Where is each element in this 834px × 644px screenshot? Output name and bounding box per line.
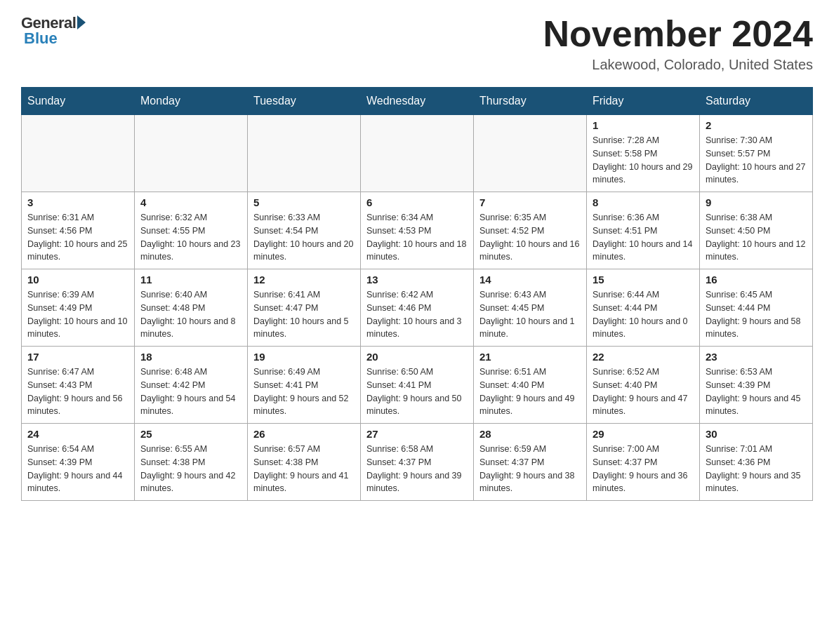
calendar-week-row: 10Sunrise: 6:39 AMSunset: 4:49 PMDayligh…	[22, 269, 813, 347]
day-number: 23	[706, 351, 807, 363]
day-info: Sunrise: 6:50 AMSunset: 4:41 PMDaylight:…	[366, 365, 468, 418]
calendar-week-row: 24Sunrise: 6:54 AMSunset: 4:39 PMDayligh…	[22, 424, 813, 501]
day-of-week-header: Tuesday	[248, 88, 361, 115]
day-info: Sunrise: 6:47 AMSunset: 4:43 PMDaylight:…	[27, 365, 128, 418]
calendar-cell: 24Sunrise: 6:54 AMSunset: 4:39 PMDayligh…	[22, 424, 135, 501]
calendar-cell	[361, 115, 474, 192]
location-text: Lakewood, Colorado, United States	[543, 57, 813, 73]
day-info: Sunrise: 6:33 AMSunset: 4:54 PMDaylight:…	[253, 211, 355, 264]
calendar-cell: 10Sunrise: 6:39 AMSunset: 4:49 PMDayligh…	[22, 269, 135, 347]
calendar-cell: 28Sunrise: 6:59 AMSunset: 4:37 PMDayligh…	[474, 424, 587, 501]
day-number: 28	[479, 428, 581, 440]
calendar-cell: 4Sunrise: 6:32 AMSunset: 4:55 PMDaylight…	[135, 192, 248, 269]
day-info: Sunrise: 6:31 AMSunset: 4:56 PMDaylight:…	[27, 211, 128, 264]
calendar-header-row: SundayMondayTuesdayWednesdayThursdayFrid…	[22, 88, 813, 115]
calendar-cell: 6Sunrise: 6:34 AMSunset: 4:53 PMDaylight…	[361, 192, 474, 269]
day-of-week-header: Saturday	[700, 88, 813, 115]
day-number: 20	[366, 351, 468, 363]
day-info: Sunrise: 6:38 AMSunset: 4:50 PMDaylight:…	[706, 211, 807, 264]
day-info: Sunrise: 6:52 AMSunset: 4:40 PMDaylight:…	[593, 365, 694, 418]
calendar-cell: 27Sunrise: 6:58 AMSunset: 4:37 PMDayligh…	[361, 424, 474, 501]
day-info: Sunrise: 6:40 AMSunset: 4:48 PMDaylight:…	[140, 288, 241, 341]
day-number: 6	[366, 196, 468, 208]
calendar-week-row: 3Sunrise: 6:31 AMSunset: 4:56 PMDaylight…	[22, 192, 813, 269]
calendar-cell: 5Sunrise: 6:33 AMSunset: 4:54 PMDaylight…	[248, 192, 361, 269]
day-info: Sunrise: 6:55 AMSunset: 4:38 PMDaylight:…	[140, 443, 241, 495]
calendar-cell	[135, 115, 248, 192]
calendar-cell: 19Sunrise: 6:49 AMSunset: 4:41 PMDayligh…	[248, 347, 361, 424]
calendar-cell: 29Sunrise: 7:00 AMSunset: 4:37 PMDayligh…	[587, 424, 700, 501]
day-info: Sunrise: 6:49 AMSunset: 4:41 PMDaylight:…	[253, 365, 355, 418]
day-number: 4	[140, 196, 241, 208]
day-info: Sunrise: 6:41 AMSunset: 4:47 PMDaylight:…	[253, 288, 355, 341]
calendar-cell: 7Sunrise: 6:35 AMSunset: 4:52 PMDaylight…	[474, 192, 587, 269]
day-info: Sunrise: 7:01 AMSunset: 4:36 PMDaylight:…	[706, 443, 807, 495]
day-number: 11	[140, 274, 241, 286]
calendar-cell: 11Sunrise: 6:40 AMSunset: 4:48 PMDayligh…	[135, 269, 248, 347]
calendar-cell: 20Sunrise: 6:50 AMSunset: 4:41 PMDayligh…	[361, 347, 474, 424]
day-info: Sunrise: 7:28 AMSunset: 5:58 PMDaylight:…	[593, 134, 694, 187]
day-number: 3	[27, 196, 128, 208]
day-number: 21	[479, 351, 581, 363]
logo: General Blue	[21, 14, 86, 48]
day-info: Sunrise: 6:43 AMSunset: 4:45 PMDaylight:…	[479, 288, 581, 341]
day-number: 27	[366, 428, 468, 440]
calendar-cell	[474, 115, 587, 192]
calendar-cell	[22, 115, 135, 192]
day-info: Sunrise: 6:34 AMSunset: 4:53 PMDaylight:…	[366, 211, 468, 264]
day-number: 19	[253, 351, 355, 363]
calendar-cell: 3Sunrise: 6:31 AMSunset: 4:56 PMDaylight…	[22, 192, 135, 269]
day-number: 29	[593, 428, 694, 440]
day-info: Sunrise: 6:42 AMSunset: 4:46 PMDaylight:…	[366, 288, 468, 341]
day-info: Sunrise: 6:35 AMSunset: 4:52 PMDaylight:…	[479, 211, 581, 264]
day-number: 14	[479, 274, 581, 286]
day-number: 18	[140, 351, 241, 363]
calendar-cell: 17Sunrise: 6:47 AMSunset: 4:43 PMDayligh…	[22, 347, 135, 424]
calendar-cell: 23Sunrise: 6:53 AMSunset: 4:39 PMDayligh…	[700, 347, 813, 424]
logo-blue-text: Blue	[24, 29, 58, 48]
day-info: Sunrise: 6:48 AMSunset: 4:42 PMDaylight:…	[140, 365, 241, 418]
calendar-cell: 13Sunrise: 6:42 AMSunset: 4:46 PMDayligh…	[361, 269, 474, 347]
day-of-week-header: Monday	[135, 88, 248, 115]
calendar-cell: 12Sunrise: 6:41 AMSunset: 4:47 PMDayligh…	[248, 269, 361, 347]
page-header: General Blue November 2024 Lakewood, Col…	[21, 14, 813, 73]
day-info: Sunrise: 6:57 AMSunset: 4:38 PMDaylight:…	[253, 443, 355, 495]
day-of-week-header: Friday	[587, 88, 700, 115]
calendar-cell: 21Sunrise: 6:51 AMSunset: 4:40 PMDayligh…	[474, 347, 587, 424]
day-info: Sunrise: 6:45 AMSunset: 4:44 PMDaylight:…	[706, 288, 807, 341]
calendar-cell: 1Sunrise: 7:28 AMSunset: 5:58 PMDaylight…	[587, 115, 700, 192]
day-info: Sunrise: 6:54 AMSunset: 4:39 PMDaylight:…	[27, 443, 128, 495]
calendar-cell: 22Sunrise: 6:52 AMSunset: 4:40 PMDayligh…	[587, 347, 700, 424]
day-number: 1	[593, 119, 694, 131]
day-info: Sunrise: 6:59 AMSunset: 4:37 PMDaylight:…	[479, 443, 581, 495]
calendar-cell: 8Sunrise: 6:36 AMSunset: 4:51 PMDaylight…	[587, 192, 700, 269]
calendar-week-row: 17Sunrise: 6:47 AMSunset: 4:43 PMDayligh…	[22, 347, 813, 424]
day-of-week-header: Sunday	[22, 88, 135, 115]
day-number: 24	[27, 428, 128, 440]
day-info: Sunrise: 6:39 AMSunset: 4:49 PMDaylight:…	[27, 288, 128, 341]
day-number: 12	[253, 274, 355, 286]
day-of-week-header: Wednesday	[361, 88, 474, 115]
title-section: November 2024 Lakewood, Colorado, United…	[543, 14, 813, 73]
day-number: 8	[593, 196, 694, 208]
day-info: Sunrise: 6:32 AMSunset: 4:55 PMDaylight:…	[140, 211, 241, 264]
calendar-table: SundayMondayTuesdayWednesdayThursdayFrid…	[21, 87, 813, 501]
day-info: Sunrise: 7:00 AMSunset: 4:37 PMDaylight:…	[593, 443, 694, 495]
calendar-cell: 26Sunrise: 6:57 AMSunset: 4:38 PMDayligh…	[248, 424, 361, 501]
day-number: 10	[27, 274, 128, 286]
day-of-week-header: Thursday	[474, 88, 587, 115]
day-info: Sunrise: 6:36 AMSunset: 4:51 PMDaylight:…	[593, 211, 694, 264]
month-title: November 2024	[543, 14, 813, 54]
day-info: Sunrise: 6:58 AMSunset: 4:37 PMDaylight:…	[366, 443, 468, 495]
day-number: 2	[706, 119, 807, 131]
day-number: 22	[593, 351, 694, 363]
day-info: Sunrise: 6:53 AMSunset: 4:39 PMDaylight:…	[706, 365, 807, 418]
calendar-cell	[248, 115, 361, 192]
calendar-cell: 9Sunrise: 6:38 AMSunset: 4:50 PMDaylight…	[700, 192, 813, 269]
day-number: 25	[140, 428, 241, 440]
logo-arrow-icon	[77, 15, 86, 29]
day-number: 13	[366, 274, 468, 286]
day-number: 9	[706, 196, 807, 208]
day-number: 17	[27, 351, 128, 363]
day-info: Sunrise: 6:51 AMSunset: 4:40 PMDaylight:…	[479, 365, 581, 418]
